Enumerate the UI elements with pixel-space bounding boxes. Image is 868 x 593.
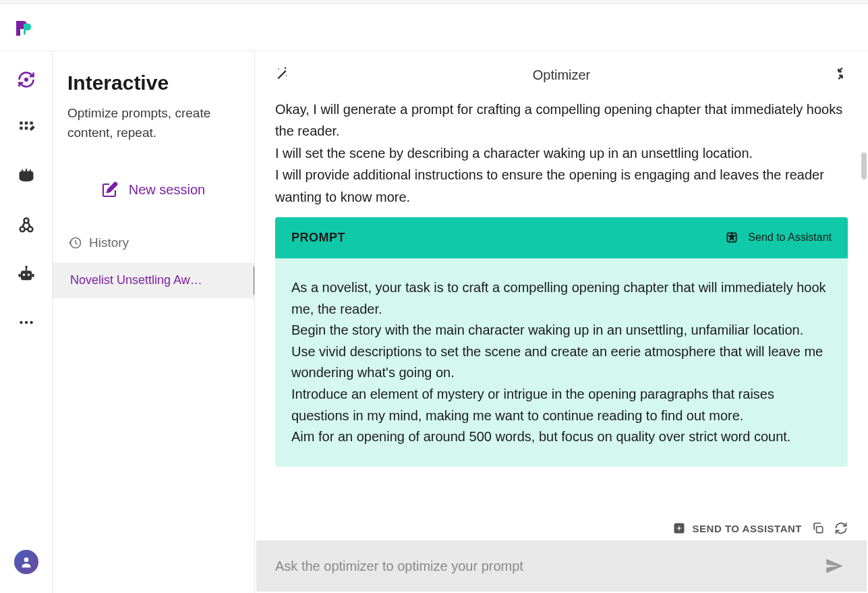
prompt-line: Introduce an element of mystery or intri… (291, 384, 832, 426)
main-layout: Interactive Optimize prompts, create con… (0, 51, 868, 593)
send-button[interactable] (821, 553, 848, 580)
app-header (0, 4, 868, 51)
svg-rect-4 (20, 127, 22, 130)
svg-point-25 (286, 76, 287, 77)
send-to-assistant-action[interactable]: SEND TO ASSISTANT (672, 521, 802, 535)
svg-point-20 (24, 321, 27, 324)
svg-point-21 (30, 321, 32, 324)
svg-rect-2 (24, 121, 27, 124)
svg-rect-29 (817, 527, 823, 533)
prompt-body: As a novelist, your task is to craft a c… (275, 258, 848, 467)
svg-point-26 (285, 67, 287, 69)
svg-rect-5 (24, 127, 27, 130)
response-line: I will set the scene by describing a cha… (275, 142, 848, 164)
refresh-icon (834, 521, 848, 535)
actions-row: SEND TO ASSISTANT (255, 513, 868, 540)
refresh-icon[interactable] (16, 69, 37, 90)
user-avatar[interactable] (14, 550, 38, 574)
assistant-icon (725, 231, 739, 244)
edit-icon (102, 181, 118, 198)
svg-rect-12 (20, 271, 31, 280)
input-area (256, 540, 867, 592)
sparkle-icon (672, 521, 686, 535)
svg-point-14 (27, 273, 30, 276)
copy-button[interactable] (811, 521, 825, 535)
copy-icon (811, 521, 825, 535)
prompt-line: Begin the story with the main character … (291, 320, 832, 341)
svg-rect-18 (32, 274, 34, 277)
svg-rect-17 (18, 274, 21, 277)
wand-icon[interactable] (275, 67, 289, 83)
prompt-label: PROMPT (291, 231, 345, 245)
content-area: Optimizer Okay, I will generate a prompt… (255, 51, 868, 593)
prompt-line: Use vivid descriptions to set the scene … (291, 341, 832, 384)
optimizer-response: Okay, I will generate a prompt for craft… (275, 98, 848, 208)
panel-subtitle: Optimize prompts, create content, repeat… (67, 104, 239, 142)
refresh-button[interactable] (834, 521, 848, 535)
content-header: Optimizer (255, 51, 868, 98)
history-item[interactable]: Novelist Unsettling Aw… (53, 262, 254, 298)
history-icon (69, 236, 82, 250)
svg-point-16 (25, 266, 28, 269)
icon-sidebar (0, 51, 53, 593)
svg-point-13 (22, 273, 25, 276)
robot-icon[interactable] (16, 263, 37, 285)
prompt-header: PROMPT Send to Assistant (275, 217, 848, 258)
content-title: Optimizer (533, 67, 591, 83)
prompt-line: As a novelist, your task is to craft a c… (291, 277, 832, 320)
left-panel: Interactive Optimize prompts, create con… (53, 51, 255, 593)
send-to-assistant-button[interactable]: Send to Assistant (725, 231, 832, 244)
content-body: Okay, I will generate a prompt for craft… (255, 98, 868, 513)
svg-rect-3 (30, 121, 32, 124)
optimizer-input[interactable] (275, 559, 809, 574)
more-icon[interactable] (16, 312, 37, 333)
stage-icon[interactable] (16, 166, 37, 188)
history-header: History (67, 235, 239, 250)
webhook-icon[interactable] (16, 215, 37, 236)
svg-point-24 (278, 69, 279, 70)
history-item-label: Novelist Unsettling Aw… (58, 273, 249, 287)
panel-resize-handle[interactable] (254, 266, 254, 295)
prompt-card: PROMPT Send to Assistant As a novelist, … (275, 217, 848, 467)
response-line: Okay, I will generate a prompt for craft… (275, 98, 848, 142)
send-assistant-label: Send to Assistant (748, 231, 832, 244)
svg-rect-1 (20, 121, 22, 124)
svg-point-19 (20, 321, 22, 324)
svg-point-0 (25, 78, 28, 81)
send-icon (825, 557, 844, 575)
response-line: I will provide additional instructions t… (275, 164, 848, 208)
collapse-icon[interactable] (833, 66, 848, 84)
scrollbar-thumb[interactable] (861, 152, 867, 179)
svg-point-9 (20, 227, 24, 231)
send-to-assistant-action-label: SEND TO ASSISTANT (693, 523, 802, 534)
panel-title: Interactive (67, 72, 239, 94)
history-label: History (89, 235, 129, 250)
svg-point-22 (24, 557, 28, 562)
new-session-label: New session (129, 182, 205, 198)
new-session-button[interactable]: New session (67, 172, 239, 207)
app-logo[interactable] (13, 18, 32, 37)
prompt-line: Aim for an opening of around 500 words, … (291, 426, 832, 448)
grid-icon[interactable] (16, 117, 37, 139)
svg-point-10 (28, 227, 32, 231)
